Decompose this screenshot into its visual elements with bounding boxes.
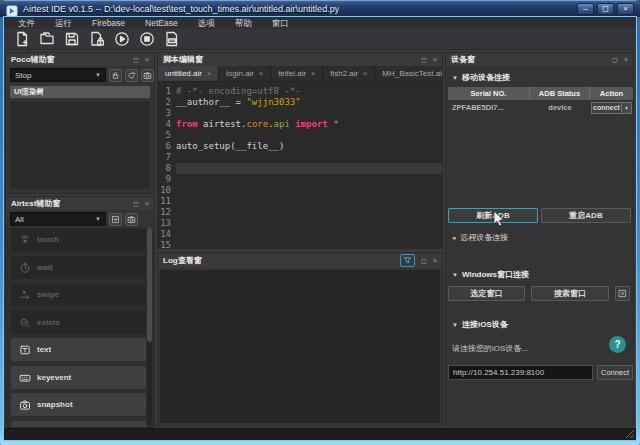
code-line: 7 bbox=[158, 152, 442, 163]
menu-firebase[interactable]: Firebase bbox=[82, 17, 135, 29]
close-button[interactable]: × bbox=[617, 3, 634, 15]
editor-tab-bar: untitled.air×login.air×feifei.air×fish2.… bbox=[158, 66, 442, 82]
menu-window[interactable]: 窗口 bbox=[262, 17, 299, 29]
float-panel-icon[interactable]: ◻ bbox=[421, 53, 427, 66]
embed-window-icon bbox=[617, 288, 628, 299]
chevron-down-icon: ▼ bbox=[95, 72, 101, 78]
action-item-exists[interactable]: exists bbox=[11, 311, 146, 334]
tab-fish2-air[interactable]: fish2.air× bbox=[323, 66, 375, 81]
resize-grip[interactable] bbox=[625, 429, 635, 439]
scrollbar-thumb[interactable] bbox=[147, 228, 152, 342]
tab-close-icon[interactable]: × bbox=[363, 70, 367, 77]
line-number: 4 bbox=[158, 119, 176, 130]
mobile-device-section-header[interactable]: ▼移动设备连接 bbox=[452, 72, 510, 83]
close-panel-icon[interactable]: × bbox=[433, 254, 437, 267]
close-panel-icon[interactable]: × bbox=[145, 197, 149, 210]
menu-file[interactable]: 文件 bbox=[8, 17, 45, 29]
tab-close-icon[interactable]: × bbox=[259, 70, 263, 77]
tab-close-icon[interactable]: × bbox=[207, 70, 211, 77]
save-as-script-button[interactable] bbox=[89, 31, 105, 47]
window-controls: – ◻ × bbox=[577, 3, 634, 15]
chevron-down-icon[interactable]: ▼ bbox=[621, 103, 631, 113]
close-panel-icon[interactable]: × bbox=[624, 53, 628, 66]
action-list: touchwaitswipeexiststextkeyeventsnapshot… bbox=[6, 228, 154, 427]
menu-run[interactable]: 运行 bbox=[45, 17, 82, 29]
log-panel-header[interactable]: Log查看窗 ◻ × bbox=[158, 253, 442, 268]
poco-panel: Poco辅助窗 ◻ × Stop ▼ UI渲染树 bbox=[5, 52, 155, 194]
close-panel-icon[interactable]: × bbox=[145, 53, 149, 66]
screenshot-icon[interactable] bbox=[125, 213, 138, 226]
connect-device-button[interactable]: connect ▼ bbox=[591, 102, 632, 114]
device-table: Serial NO. ADB Status Action ZPFABE5DI7.… bbox=[448, 87, 633, 115]
code-token: import bbox=[295, 119, 328, 129]
menu-netease[interactable]: NetEase bbox=[135, 17, 188, 29]
refresh-icon[interactable] bbox=[125, 69, 138, 82]
embed-window-button[interactable] bbox=[615, 286, 630, 301]
titlebar[interactable]: Airtest IDE v0.1.5 -- D:\dev-local\test\… bbox=[0, 0, 640, 17]
minimize-button[interactable]: – bbox=[577, 3, 594, 15]
action-item-snapshot[interactable]: snapshot bbox=[11, 393, 146, 416]
device-table-header: Serial NO. ADB Status Action bbox=[448, 87, 633, 100]
insert-icon[interactable] bbox=[109, 213, 122, 226]
device-row[interactable]: ZPFABE5DI7... device connect ▼ bbox=[448, 100, 633, 115]
code-token: = bbox=[230, 97, 246, 107]
log-panel: Log查看窗 ◻ × bbox=[157, 252, 443, 426]
poco-panel-header[interactable]: Poco辅助窗 ◻ × bbox=[6, 53, 154, 66]
lock-icon[interactable] bbox=[109, 69, 122, 82]
action-item-label: touch bbox=[37, 235, 59, 244]
tab-mh-basictest-air[interactable]: MH_BasicTest.air× bbox=[375, 66, 443, 81]
action-item-text[interactable]: text bbox=[11, 338, 146, 361]
code-line: 6auto_setup(__file__) bbox=[158, 141, 442, 152]
remote-device-section-header[interactable]: ●远程设备连接 bbox=[452, 232, 508, 243]
action-item-wait[interactable]: wait bbox=[11, 256, 146, 279]
tab-feifei-air[interactable]: feifei.air× bbox=[271, 66, 323, 81]
action-item-touch[interactable]: touch bbox=[11, 228, 146, 251]
airtest-filter-select[interactable]: All ▼ bbox=[10, 212, 106, 226]
menu-help[interactable]: 帮助 bbox=[225, 17, 262, 29]
keyevent-icon bbox=[19, 372, 31, 384]
view-log-button[interactable] bbox=[164, 31, 180, 47]
select-window-button[interactable]: 选定窗口 bbox=[448, 286, 525, 301]
tab-login-air[interactable]: login.air× bbox=[219, 66, 271, 81]
ios-url-input[interactable]: http://10.254.51.239:8100 bbox=[448, 365, 593, 380]
ui-tree-header[interactable]: UI渲染树 bbox=[10, 86, 150, 98]
code-line-content: # -*- encoding=utf8 -*- bbox=[176, 86, 442, 97]
tab-untitled-air[interactable]: untitled.air× bbox=[158, 66, 219, 81]
screenshot-icon[interactable] bbox=[141, 69, 154, 82]
maximize-button[interactable]: ◻ bbox=[597, 3, 614, 15]
col-action: Action bbox=[590, 87, 633, 100]
action-item-keyevent[interactable]: keyevent bbox=[11, 366, 146, 389]
tab-close-icon[interactable]: × bbox=[311, 70, 315, 77]
float-panel-icon[interactable]: ◻ bbox=[612, 53, 618, 66]
new-script-button[interactable] bbox=[14, 31, 30, 47]
ios-connect-section-header[interactable]: ▼连接iOS设备 bbox=[452, 319, 508, 330]
scrollbar-track[interactable] bbox=[147, 228, 152, 425]
open-script-button[interactable] bbox=[39, 31, 55, 47]
airtest-panel-header[interactable]: Airtest辅助窗 ◻ × bbox=[6, 197, 154, 210]
float-panel-icon[interactable]: ◻ bbox=[133, 53, 139, 66]
windows-connect-section-header[interactable]: ▼Windows窗口连接 bbox=[452, 269, 529, 280]
close-panel-icon[interactable]: × bbox=[433, 53, 437, 66]
run-script-button[interactable] bbox=[114, 31, 130, 47]
search-window-button[interactable]: 搜索窗口 bbox=[531, 286, 609, 301]
poco-mode-select[interactable]: Stop ▼ bbox=[10, 68, 106, 82]
save-script-button[interactable] bbox=[64, 31, 80, 47]
code-line-content bbox=[176, 130, 442, 141]
stop-script-button[interactable] bbox=[139, 31, 155, 47]
log-filter-icon[interactable] bbox=[400, 254, 415, 267]
device-panel-header[interactable]: 设备窗 ◻ × bbox=[446, 53, 633, 66]
code-editor[interactable]: 1# -*- encoding=utf8 -*-2__author__ = "w… bbox=[158, 82, 442, 248]
float-panel-icon[interactable]: ◻ bbox=[421, 254, 427, 267]
app-window: Airtest IDE v0.1.5 -- D:\dev-local\test\… bbox=[0, 0, 640, 445]
float-panel-icon[interactable]: ◻ bbox=[133, 197, 139, 210]
restart-adb-button[interactable]: 重启ADB bbox=[541, 208, 631, 223]
editor-panel-header[interactable]: 脚本编辑窗 ◻ × bbox=[158, 53, 442, 66]
airtest-panel-title: Airtest辅助窗 bbox=[11, 198, 60, 209]
connect-label: connect bbox=[592, 104, 621, 111]
ios-connect-button[interactable]: Connect bbox=[597, 365, 633, 380]
action-item-swipe[interactable]: swipe bbox=[11, 283, 146, 306]
help-icon[interactable]: ? bbox=[609, 336, 626, 353]
action-item-sleep[interactable]: sleep bbox=[11, 421, 146, 427]
menu-options[interactable]: 选项 bbox=[188, 17, 225, 29]
main-area: Poco辅助窗 ◻ × Stop ▼ UI渲染树 bbox=[4, 50, 636, 428]
